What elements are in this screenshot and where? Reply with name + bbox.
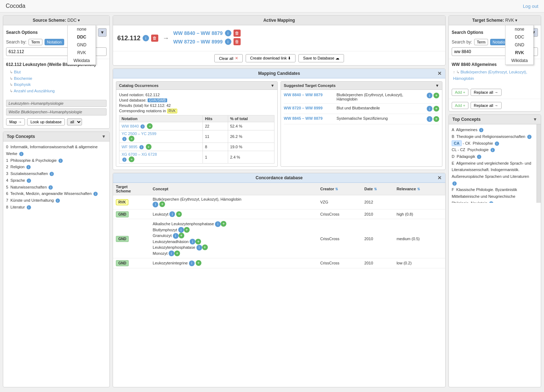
lookup-button[interactable]: Look up database (27, 118, 65, 125)
creator-sort[interactable]: ⇅ (335, 187, 338, 191)
cr1-info[interactable]: i (153, 202, 158, 207)
target-info-1[interactable]: i (225, 30, 231, 36)
target-scheme-none[interactable]: none (505, 25, 533, 33)
save-to-db-btn[interactable]: Save to Database ☁ (298, 54, 344, 62)
source-scheme-none[interactable]: none (68, 25, 96, 33)
cr3-info-2[interactable]: i (178, 227, 184, 233)
tc-right-d-info[interactable]: i (477, 155, 481, 159)
cr2-info[interactable]: i (169, 211, 175, 217)
cr3-info-3[interactable]: i (173, 233, 179, 239)
target-add-btn-2[interactable]: Add + (452, 102, 468, 109)
suggestion-3-info[interactable]: i (427, 116, 432, 122)
tc-left-4-info[interactable]: i (27, 179, 31, 183)
source-expand-btn[interactable]: ▼ (98, 28, 107, 37)
date-sort[interactable]: ⇅ (374, 187, 377, 191)
relevance-sort[interactable]: ⇅ (417, 187, 420, 191)
source-info-btn[interactable]: i (143, 35, 149, 41)
cr3-info-6[interactable]: i (169, 251, 174, 256)
target-delete-1[interactable]: 🗑 (233, 30, 241, 37)
candidates-close-btn[interactable]: ✕ (437, 71, 442, 76)
tc-right-a-info[interactable]: i (479, 128, 483, 132)
tc-right-ca-info[interactable]: i (495, 141, 499, 146)
source-scheme-rvk[interactable]: RVK (68, 49, 96, 57)
cr3-info-4[interactable]: i (190, 239, 195, 244)
tc-left-3[interactable]: 3 Sozialwissenschaften i (6, 170, 107, 177)
map-button[interactable]: Map → (6, 118, 25, 125)
top-concepts-right-expand[interactable]: ▼ (533, 117, 537, 122)
source-scheme-wikidata[interactable]: Wikidata (68, 57, 96, 65)
row1-add[interactable]: + (147, 123, 153, 129)
tc-left-1-info[interactable]: i (58, 159, 63, 163)
target-replace-btn-1[interactable]: Replace all → (471, 89, 501, 96)
tc-left-6[interactable]: 6 Technik, Medizin, angewandte Wissensch… (6, 190, 107, 197)
target-scheme-ddc[interactable]: DDC (505, 33, 533, 41)
right-scrollbar[interactable] (537, 124, 541, 203)
tc-right-b-info[interactable]: i (527, 135, 532, 139)
tc-right-e[interactable]: E Allgemeine und vergleichende Sprach- u… (452, 160, 534, 187)
tc-right-f-info[interactable]: i (489, 201, 493, 203)
concordance-close-btn[interactable]: ✕ (437, 175, 442, 181)
cr3-info-5[interactable]: i (196, 245, 202, 251)
target-replace-btn-2[interactable]: Replace all → (471, 102, 501, 109)
row2-info[interactable]: i (122, 137, 127, 141)
row3-add[interactable]: + (146, 144, 152, 150)
row2-link[interactable]: YC 2500 – YC 2599 (122, 131, 156, 136)
source-scheme-ddc[interactable]: DDC (68, 33, 96, 41)
cr3-add-4[interactable]: + (195, 239, 201, 244)
tc-left-3-info[interactable]: i (50, 172, 54, 176)
tc-left-8-info[interactable]: i (27, 205, 31, 210)
target-term-btn[interactable]: Term (474, 39, 488, 45)
tc-right-b[interactable]: B Theologie und Religionswissenschaften … (452, 133, 534, 140)
row4-info[interactable]: i (122, 158, 127, 162)
row1-link[interactable]: WW 8840 (122, 124, 139, 128)
cr3-add-6[interactable]: + (174, 251, 180, 256)
tc-right-ca[interactable]: CA - CK Philosophie i (452, 140, 534, 147)
suggestion-2-add[interactable]: + (433, 106, 439, 112)
tc-left-8[interactable]: 8 Literatur i (6, 204, 107, 211)
suggestion-1-add[interactable]: + (433, 93, 439, 98)
source-link-biophysik[interactable]: Biophysik (10, 82, 107, 88)
target-scheme-rvk[interactable]: RVK (505, 49, 533, 57)
catalog-expand[interactable]: ▼ (271, 83, 274, 88)
suggestion-3-add[interactable]: + (433, 116, 439, 122)
row4-add[interactable]: + (129, 156, 134, 162)
source-scheme-dropdown[interactable]: DDC ▾ none DDC GND RVK Wikidata (67, 18, 80, 23)
clear-all-btn[interactable]: Clear all ✕ (214, 54, 242, 62)
row4-link[interactable]: XG 6700 – XG 6728 (122, 152, 157, 156)
target-concept-link[interactable]: Blutkörperchen (Erythrozyt, Leukozyt), H… (453, 70, 527, 81)
cr3-info-1[interactable]: i (215, 221, 221, 227)
target-scheme-gnd[interactable]: GND (505, 41, 533, 49)
tc-left-0[interactable]: 0 Informatik, Informationswissenschaft &… (6, 144, 107, 157)
cr3-add-1[interactable]: + (221, 221, 226, 227)
create-download-btn[interactable]: Create download link ⬇ (246, 54, 296, 62)
tc-left-5[interactable]: 5 Naturwissenschaften i (6, 184, 107, 191)
scope-select[interactable]: all (67, 118, 82, 125)
target-info-2[interactable]: i (225, 38, 231, 45)
target-add-btn-1[interactable]: Add + (452, 89, 468, 96)
tc-left-2-info[interactable]: i (26, 165, 31, 169)
tc-right-a[interactable]: A Allgemeines i (452, 127, 534, 133)
suggestion-2-info[interactable]: i (427, 106, 432, 112)
source-notation-btn[interactable]: Notation (45, 39, 64, 45)
cr3-add-5[interactable]: + (202, 244, 208, 250)
tc-right-d[interactable]: D Pädagogik i (452, 153, 534, 160)
cr4-add[interactable]: + (196, 260, 201, 266)
row1-info[interactable]: i (140, 124, 145, 129)
tc-left-4[interactable]: 4 Sprache i (6, 177, 107, 184)
source-scheme-gnd[interactable]: GND (68, 41, 96, 49)
cr3-add-3[interactable]: + (179, 233, 184, 238)
target-delete-2[interactable]: 🗑 (233, 38, 241, 45)
tc-left-7-info[interactable]: i (56, 198, 60, 203)
source-link-blut[interactable]: Blut (10, 69, 107, 76)
target-scheme-dropdown[interactable]: RVK ▾ none DDC GND RVK Wikidata (505, 18, 517, 23)
source-delete-btn[interactable]: 🗑 (151, 35, 158, 42)
top-concepts-left-expand[interactable]: ▼ (102, 134, 106, 139)
tc-left-7[interactable]: 7 Künste und Unterhaltung i (6, 197, 107, 204)
logout-link[interactable]: Log out (523, 4, 538, 9)
tc-right-f[interactable]: F Klassische Philologie. Byzantinistik M… (452, 186, 534, 203)
cr1-add[interactable]: + (159, 201, 165, 207)
cr2-add[interactable]: + (176, 211, 182, 217)
target-scheme-wikidata[interactable]: Wikidata (505, 57, 533, 65)
suggestion-1-info[interactable]: i (427, 93, 432, 98)
source-link-anzahl[interactable]: Anzahl und Auszählung (10, 88, 107, 94)
